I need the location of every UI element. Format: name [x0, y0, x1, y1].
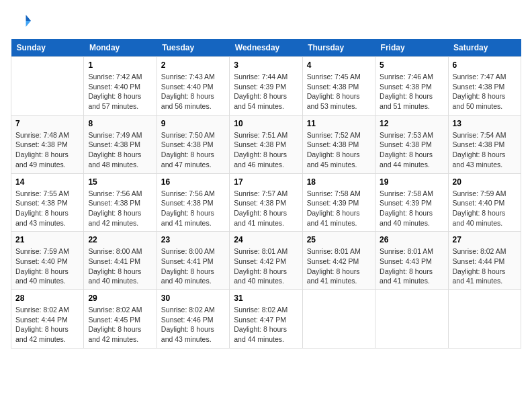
day-info: Sunrise: 7:48 AM Sunset: 4:38 PM Dayligh…: [15, 130, 79, 170]
calendar-cell: 4Sunrise: 7:45 AM Sunset: 4:38 PM Daylig…: [302, 57, 375, 116]
day-number: 23: [161, 235, 225, 244]
calendar-cell: 22Sunrise: 8:00 AM Sunset: 4:41 PM Dayli…: [84, 232, 157, 290]
day-info: Sunrise: 7:44 AM Sunset: 4:39 PM Dayligh…: [234, 72, 298, 111]
day-number: 1: [88, 60, 152, 70]
calendar-cell: 7Sunrise: 7:48 AM Sunset: 4:38 PM Daylig…: [11, 115, 84, 173]
day-info: Sunrise: 8:00 AM Sunset: 4:41 PM Dayligh…: [88, 246, 152, 286]
day-number: 28: [15, 293, 79, 303]
calendar: SundayMondayTuesdayWednesdayThursdayFrid…: [11, 39, 521, 349]
day-number: 19: [380, 177, 443, 187]
day-number: 21: [15, 235, 79, 244]
day-number: 20: [453, 177, 517, 187]
calendar-cell: 23Sunrise: 8:00 AM Sunset: 4:41 PM Dayli…: [157, 232, 229, 290]
day-info: Sunrise: 7:53 AM Sunset: 4:38 PM Dayligh…: [380, 130, 443, 170]
calendar-cell: 9Sunrise: 7:50 AM Sunset: 4:38 PM Daylig…: [157, 115, 229, 173]
day-number: 27: [453, 235, 517, 244]
day-number: 6: [453, 60, 517, 70]
day-info: Sunrise: 8:01 AM Sunset: 4:42 PM Dayligh…: [234, 246, 298, 286]
day-info: Sunrise: 8:02 AM Sunset: 4:45 PM Dayligh…: [88, 305, 152, 345]
day-info: Sunrise: 8:01 AM Sunset: 4:43 PM Dayligh…: [380, 246, 443, 286]
day-number: 7: [15, 119, 79, 128]
day-number: 4: [307, 60, 371, 70]
calendar-cell: [302, 290, 375, 349]
day-info: Sunrise: 7:43 AM Sunset: 4:40 PM Dayligh…: [161, 72, 225, 111]
calendar-cell: 24Sunrise: 8:01 AM Sunset: 4:42 PM Dayli…: [230, 232, 302, 290]
calendar-cell: 17Sunrise: 7:57 AM Sunset: 4:38 PM Dayli…: [230, 173, 302, 232]
day-number: 15: [88, 177, 152, 187]
calendar-cell: [375, 290, 448, 349]
calendar-cell: 10Sunrise: 7:51 AM Sunset: 4:38 PM Dayli…: [230, 115, 302, 173]
day-info: Sunrise: 8:01 AM Sunset: 4:42 PM Dayligh…: [307, 246, 371, 286]
day-number: 11: [307, 119, 371, 128]
day-info: Sunrise: 7:59 AM Sunset: 4:40 PM Dayligh…: [453, 189, 517, 228]
day-info: Sunrise: 8:02 AM Sunset: 4:47 PM Dayligh…: [234, 305, 298, 345]
calendar-cell: 27Sunrise: 8:02 AM Sunset: 4:44 PM Dayli…: [448, 232, 521, 290]
column-header-saturday: Saturday: [448, 39, 521, 57]
calendar-cell: 13Sunrise: 7:54 AM Sunset: 4:38 PM Dayli…: [448, 115, 521, 173]
calendar-cell: 18Sunrise: 7:58 AM Sunset: 4:39 PM Dayli…: [302, 173, 375, 232]
page-header: [11, 11, 521, 31]
day-info: Sunrise: 7:54 AM Sunset: 4:38 PM Dayligh…: [453, 130, 517, 170]
day-info: Sunrise: 7:45 AM Sunset: 4:38 PM Dayligh…: [307, 72, 371, 111]
day-info: Sunrise: 7:57 AM Sunset: 4:38 PM Dayligh…: [234, 189, 298, 228]
calendar-week-1: 1Sunrise: 7:42 AM Sunset: 4:40 PM Daylig…: [11, 57, 521, 116]
day-number: 25: [307, 235, 371, 244]
day-number: 24: [234, 235, 298, 244]
calendar-week-2: 7Sunrise: 7:48 AM Sunset: 4:38 PM Daylig…: [11, 115, 521, 173]
column-header-sunday: Sunday: [11, 39, 84, 57]
day-info: Sunrise: 7:47 AM Sunset: 4:38 PM Dayligh…: [453, 72, 517, 111]
calendar-cell: 11Sunrise: 7:52 AM Sunset: 4:38 PM Dayli…: [302, 115, 375, 173]
calendar-cell: 5Sunrise: 7:46 AM Sunset: 4:38 PM Daylig…: [375, 57, 448, 116]
day-number: 2: [161, 60, 225, 70]
column-header-thursday: Thursday: [302, 39, 375, 57]
column-header-friday: Friday: [375, 39, 448, 57]
day-info: Sunrise: 7:58 AM Sunset: 4:39 PM Dayligh…: [307, 189, 371, 228]
calendar-cell: [448, 290, 521, 349]
calendar-week-4: 21Sunrise: 7:59 AM Sunset: 4:40 PM Dayli…: [11, 232, 521, 290]
day-number: 9: [161, 119, 225, 128]
day-number: 17: [234, 177, 298, 187]
day-info: Sunrise: 7:58 AM Sunset: 4:39 PM Dayligh…: [380, 189, 443, 228]
day-number: 29: [88, 293, 152, 303]
calendar-cell: 15Sunrise: 7:56 AM Sunset: 4:38 PM Dayli…: [84, 173, 157, 232]
calendar-cell: 6Sunrise: 7:47 AM Sunset: 4:38 PM Daylig…: [448, 57, 521, 116]
day-number: 26: [380, 235, 443, 244]
calendar-cell: 16Sunrise: 7:56 AM Sunset: 4:38 PM Dayli…: [157, 173, 229, 232]
calendar-cell: 3Sunrise: 7:44 AM Sunset: 4:39 PM Daylig…: [230, 57, 302, 116]
calendar-cell: 25Sunrise: 8:01 AM Sunset: 4:42 PM Dayli…: [302, 232, 375, 290]
day-number: 5: [380, 60, 443, 70]
calendar-cell: 30Sunrise: 8:02 AM Sunset: 4:46 PM Dayli…: [157, 290, 229, 349]
day-info: Sunrise: 8:02 AM Sunset: 4:44 PM Dayligh…: [15, 305, 79, 345]
day-info: Sunrise: 7:51 AM Sunset: 4:38 PM Dayligh…: [234, 130, 298, 170]
calendar-cell: 28Sunrise: 8:02 AM Sunset: 4:44 PM Dayli…: [11, 290, 84, 349]
day-number: 12: [380, 119, 443, 128]
calendar-cell: 29Sunrise: 8:02 AM Sunset: 4:45 PM Dayli…: [84, 290, 157, 349]
calendar-cell: 19Sunrise: 7:58 AM Sunset: 4:39 PM Dayli…: [375, 173, 448, 232]
calendar-cell: 14Sunrise: 7:55 AM Sunset: 4:38 PM Dayli…: [11, 173, 84, 232]
calendar-cell: 8Sunrise: 7:49 AM Sunset: 4:38 PM Daylig…: [84, 115, 157, 173]
svg-marker-1: [26, 21, 32, 27]
day-info: Sunrise: 7:50 AM Sunset: 4:38 PM Dayligh…: [161, 130, 225, 170]
column-header-wednesday: Wednesday: [230, 39, 302, 57]
calendar-cell: 26Sunrise: 8:01 AM Sunset: 4:43 PM Dayli…: [375, 232, 448, 290]
day-number: 14: [15, 177, 79, 187]
day-info: Sunrise: 7:52 AM Sunset: 4:38 PM Dayligh…: [307, 130, 371, 170]
day-number: 18: [307, 177, 371, 187]
logo-icon: [11, 11, 31, 31]
calendar-cell: [11, 57, 84, 116]
calendar-week-3: 14Sunrise: 7:55 AM Sunset: 4:38 PM Dayli…: [11, 173, 521, 232]
day-info: Sunrise: 7:56 AM Sunset: 4:38 PM Dayligh…: [88, 189, 152, 228]
calendar-cell: 1Sunrise: 7:42 AM Sunset: 4:40 PM Daylig…: [84, 57, 157, 116]
calendar-cell: 21Sunrise: 7:59 AM Sunset: 4:40 PM Dayli…: [11, 232, 84, 290]
day-info: Sunrise: 7:55 AM Sunset: 4:38 PM Dayligh…: [15, 189, 79, 228]
logo: [11, 11, 34, 31]
calendar-header-row: SundayMondayTuesdayWednesdayThursdayFrid…: [11, 39, 521, 57]
day-info: Sunrise: 8:02 AM Sunset: 4:46 PM Dayligh…: [161, 305, 225, 345]
day-info: Sunrise: 7:56 AM Sunset: 4:38 PM Dayligh…: [161, 189, 225, 228]
day-info: Sunrise: 8:02 AM Sunset: 4:44 PM Dayligh…: [453, 246, 517, 286]
day-info: Sunrise: 7:59 AM Sunset: 4:40 PM Dayligh…: [15, 246, 79, 286]
calendar-cell: 31Sunrise: 8:02 AM Sunset: 4:47 PM Dayli…: [230, 290, 302, 349]
column-header-monday: Monday: [84, 39, 157, 57]
day-number: 31: [234, 293, 298, 303]
calendar-cell: 12Sunrise: 7:53 AM Sunset: 4:38 PM Dayli…: [375, 115, 448, 173]
